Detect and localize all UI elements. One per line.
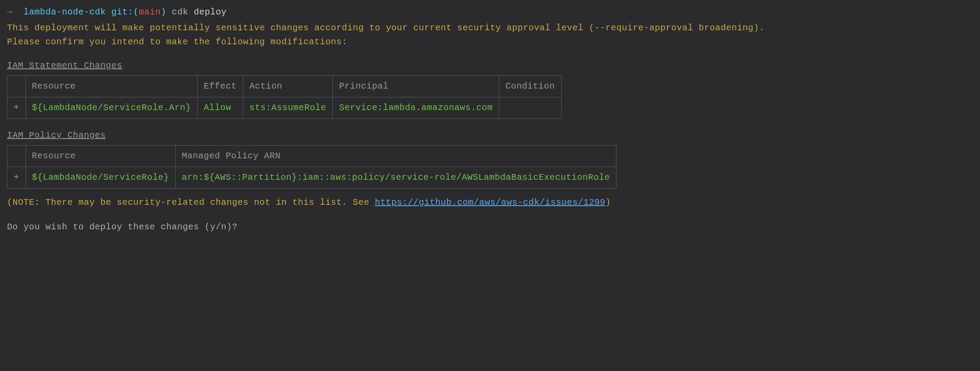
iam-policy-table: Resource Managed Policy ARN + ${LambdaNo… [7,145,616,189]
prompt-directory: lambda-node-cdk [24,7,106,17]
note-link[interactable]: https://github.com/aws/aws-cdk/issues/12… [375,197,605,207]
col-resource: Resource [25,76,198,97]
col-managed-policy: Managed Policy ARN [176,146,616,167]
confirm-prompt[interactable]: Do you wish to deploy these changes (y/n… [7,220,973,234]
note-suffix: ) [605,197,611,207]
cell-sign: + [7,97,26,119]
col-effect: Effect [198,76,243,97]
iam-statement-header: IAM Statement Changes [7,59,973,73]
iam-statement-table: Resource Effect Action Principal Conditi… [7,75,562,119]
col-condition: Condition [499,76,562,97]
cell-condition [499,97,562,119]
command: cdk [172,7,188,17]
warning-line-2: Please confirm you intend to make the fo… [7,35,973,49]
cell-resource: ${LambdaNode/ServiceRole} [25,167,176,189]
prompt-arrow: → [7,7,13,17]
cell-resource: ${LambdaNode/ServiceRole.Arn} [25,97,198,119]
cell-action: sts:AssumeRole [243,97,333,119]
cell-managed-policy: arn:${AWS::Partition}:iam::aws:policy/se… [176,167,616,189]
col-action: Action [243,76,333,97]
col-principal: Principal [333,76,499,97]
command-arg: deploy [194,7,227,17]
git-prefix: git:( [112,7,139,17]
table-header-row: Resource Managed Policy ARN [7,146,616,167]
note-line: (NOTE: There may be security-related cha… [7,196,973,210]
col-sign [7,146,26,167]
warning-line-1: This deployment will make potentially se… [7,21,973,35]
col-resource: Resource [25,146,176,167]
git-branch: main [139,7,161,17]
cell-effect: Allow [198,97,243,119]
git-paren-close: ) [161,7,166,17]
table-row: + ${LambdaNode/ServiceRole} arn:${AWS::P… [7,167,616,189]
cell-sign: + [7,167,26,189]
table-header-row: Resource Effect Action Principal Conditi… [7,76,562,97]
table-row: + ${LambdaNode/ServiceRole.Arn} Allow st… [7,97,562,119]
col-sign [7,76,26,97]
cell-principal: Service:lambda.amazonaws.com [333,97,499,119]
iam-policy-header: IAM Policy Changes [7,128,973,143]
prompt-line: → lambda-node-cdk git:(main) cdk deploy [7,5,973,19]
note-prefix: (NOTE: There may be security-related cha… [7,197,375,207]
